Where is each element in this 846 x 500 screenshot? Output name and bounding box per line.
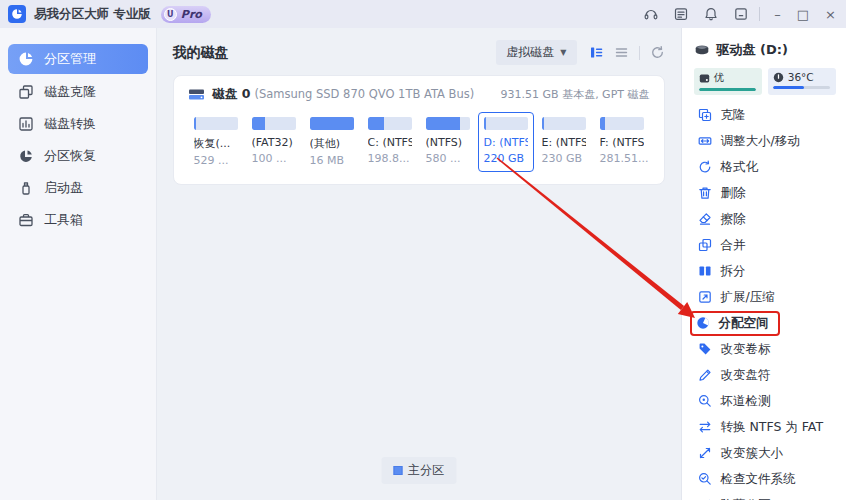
disk-clone-icon [18, 84, 34, 100]
legend-swatch [393, 466, 402, 475]
partition-block[interactable]: E: (NTFS) 230 GB [536, 112, 592, 172]
allocate-space-icon [696, 316, 710, 330]
list-view-icon[interactable] [614, 45, 629, 60]
change-letter-icon [698, 368, 712, 382]
partition-usage-bar [426, 117, 470, 130]
sidebar-item-boot-disk[interactable]: 启动盘 [8, 174, 148, 202]
sidebar-item-label: 磁盘转换 [44, 115, 96, 133]
sidebar-item-toolbox[interactable]: 工具箱 [8, 206, 148, 234]
sidebar-item-label: 工具箱 [44, 211, 83, 229]
partition-block-selected[interactable]: D: (NTFS) 220 GB [478, 112, 534, 172]
refresh-icon[interactable] [650, 45, 665, 60]
toolbox-icon [18, 212, 34, 228]
cluster-size-icon [698, 446, 712, 460]
sidebar-item-label: 分区管理 [44, 50, 96, 68]
partition-block[interactable]: C: (NTFS) 198.8... [362, 112, 418, 172]
partition-map: 恢复(... 529 ... (FAT32) 100 ... (其他) 16 M… [188, 112, 650, 172]
temperature-label: 36°C [788, 71, 814, 83]
pro-u-icon: U [164, 8, 177, 21]
split-icon [698, 264, 712, 278]
app-title: 易我分区大师 专业版 [34, 6, 151, 23]
clone-icon [698, 108, 712, 122]
health-status-chip: 优 [694, 68, 762, 95]
menu-item-convert-ntfs-to-fat[interactable]: 转换 NTFS 为 FAT [694, 414, 837, 440]
detail-view-icon[interactable] [589, 45, 604, 60]
maximize-button[interactable]: □ [797, 8, 809, 21]
menu-item-delete[interactable]: 删除 [694, 180, 837, 206]
operations-menu: 克隆 调整大小/移动 格式化 删除 擦除 合并 [694, 102, 837, 500]
operations-panel: 驱动盘 (D:) 优 36°C [681, 28, 846, 500]
bad-sector-icon [698, 394, 712, 408]
convert-ntfs-icon [698, 420, 712, 434]
boot-disk-icon [18, 180, 34, 196]
menu-item-merge[interactable]: 合并 [694, 232, 837, 258]
drive-title: 驱动盘 (D:) [717, 41, 788, 59]
sidebar-item-label: 磁盘克隆 [44, 83, 96, 101]
menu-item-format[interactable]: 格式化 [694, 154, 837, 180]
sidebar-item-partition-management[interactable]: 分区管理 [8, 44, 148, 74]
menu-item-extend-shrink[interactable]: 扩展/压缩 [694, 284, 837, 310]
delete-icon [698, 186, 712, 200]
menu-item-clone[interactable]: 克隆 [694, 102, 837, 128]
check-file-system-icon [698, 472, 712, 486]
virtual-disk-dropdown[interactable]: 虚拟磁盘 ▼ [496, 40, 576, 65]
menu-item-check-file-system[interactable]: 检查文件系统 [694, 466, 837, 492]
sidebar-item-disk-clone[interactable]: 磁盘克隆 [8, 78, 148, 106]
chevron-down-icon: ▼ [560, 48, 566, 57]
partition-block[interactable]: (FAT32) 100 ... [246, 112, 302, 172]
disk-card: 磁盘 0 (Samsung SSD 870 QVO 1TB ATA Bus) 9… [173, 75, 665, 185]
menu-item-hide-partition[interactable]: 隐藏分区 [694, 492, 837, 500]
partition-block[interactable]: F: (NTFS) 281.51... [594, 112, 650, 172]
partition-usage-bar [252, 117, 296, 130]
partition-usage-bar [194, 117, 238, 130]
feedback-icon[interactable] [673, 6, 689, 22]
resize-move-icon [698, 134, 712, 148]
sidebar-item-label: 启动盘 [44, 179, 83, 197]
menu-item-bad-sector-test[interactable]: 坏道检测 [694, 388, 837, 414]
drive-icon [694, 43, 710, 57]
partition-usage-bar [484, 117, 528, 130]
partition-usage-bar [310, 117, 354, 130]
pro-badge: U Pro [161, 6, 211, 23]
pie-chart-icon [18, 51, 34, 67]
main-area: 我的磁盘 虚拟磁盘 ▼ [157, 28, 681, 500]
disk-summary: 931.51 GB 基本盘, GPT 磁盘 [501, 87, 650, 102]
change-label-icon [698, 342, 712, 356]
sidebar-item-partition-recovery[interactable]: 分区恢复 [8, 142, 148, 170]
partition-usage-bar [600, 117, 644, 130]
menu-item-split[interactable]: 拆分 [694, 258, 837, 284]
titlebar: 易我分区大师 专业版 U Pro – □ × [0, 0, 846, 28]
sidebar-item-disk-convert[interactable]: 磁盘转换 [8, 110, 148, 138]
format-icon [698, 160, 712, 174]
menu-item-change-label[interactable]: 改变卷标 [694, 336, 837, 362]
disk-convert-icon [18, 116, 34, 132]
minimize-button[interactable]: – [774, 8, 781, 21]
merge-icon [698, 238, 712, 252]
hard-disk-icon [188, 87, 205, 102]
notification-bell-icon[interactable] [703, 6, 719, 22]
thermometer-icon [773, 72, 784, 83]
menu-item-allocate-space[interactable]: 分配空间 [694, 310, 837, 336]
disk-model: (Samsung SSD 870 QVO 1TB ATA Bus) [254, 87, 474, 101]
allocate-space-highlight-box: 分配空间 [690, 311, 780, 336]
partition-recovery-icon [18, 148, 34, 164]
health-label: 优 [714, 71, 725, 85]
partition-usage-bar [542, 117, 586, 130]
temperature-chip: 36°C [768, 68, 836, 95]
partition-usage-bar [368, 117, 412, 130]
tray-menu-icon[interactable] [733, 6, 749, 22]
partition-block[interactable]: 恢复(... 529 ... [188, 112, 244, 172]
menu-item-change-letter[interactable]: 改变盘符 [694, 362, 837, 388]
partition-block[interactable]: (其他) 16 MB [304, 112, 360, 172]
legend-label: 主分区 [408, 462, 444, 479]
legend-primary-partition: 主分区 [381, 457, 456, 484]
partition-block[interactable]: (NTFS) 580 ... [420, 112, 476, 172]
pro-badge-label: Pro [181, 8, 202, 21]
menu-item-wipe[interactable]: 擦除 [694, 206, 837, 232]
disk-name: 磁盘 0 [213, 86, 251, 101]
disk-health-icon [699, 73, 710, 84]
menu-item-change-cluster-size[interactable]: 改变簇大小 [694, 440, 837, 466]
menu-item-resize-move[interactable]: 调整大小/移动 [694, 128, 837, 154]
headset-support-icon[interactable] [643, 6, 659, 22]
close-button[interactable]: × [825, 8, 836, 21]
